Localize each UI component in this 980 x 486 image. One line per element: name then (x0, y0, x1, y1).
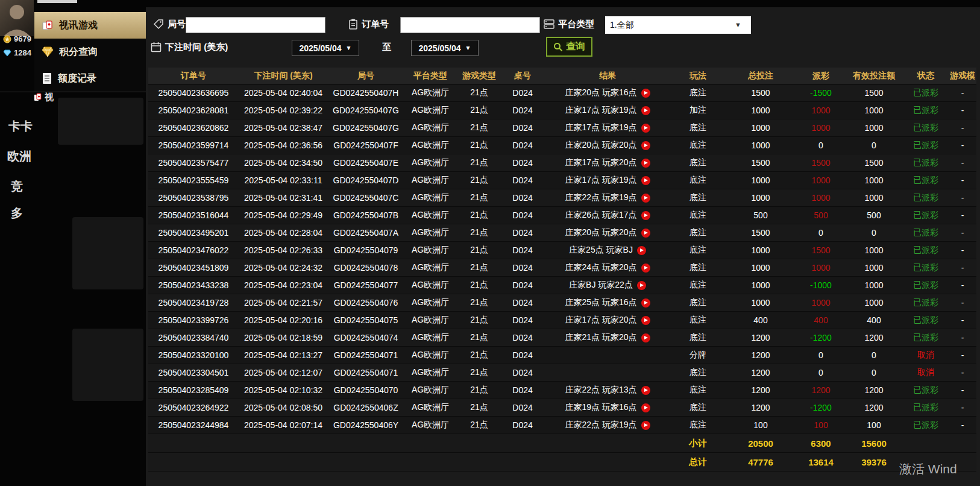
cell-game-mode: - (949, 399, 976, 416)
cell-platform: AG欧洲厅 (404, 259, 457, 276)
cell-valid-bet: 1000 (845, 242, 903, 259)
round-number-input[interactable] (186, 17, 325, 33)
cell-round-no: GD0242550407D (328, 172, 404, 189)
replay-play-icon[interactable] (641, 106, 650, 115)
cell-round-no: GD02425504070 (328, 382, 404, 399)
date-to-value: 2025/05/04 (419, 43, 461, 53)
platform-type-select[interactable]: 1.全部 ▼ (605, 16, 751, 34)
sidebar-item-label: 积分查询 (59, 46, 98, 58)
replay-play-icon[interactable] (641, 176, 650, 185)
cell-game-type: 21点 (457, 294, 501, 311)
cell-game-mode: - (949, 189, 976, 206)
cell-table-no: D024 (501, 207, 544, 224)
cell-valid-bet: 1200 (845, 382, 903, 399)
tag-icon (153, 19, 164, 30)
replay-play-icon[interactable] (641, 89, 650, 98)
cell-table-no: D024 (501, 364, 544, 381)
cell-play-type: 底注 (671, 294, 724, 311)
cell-total-bet: 1000 (724, 294, 797, 311)
cell-bet-time: 2025-05-04 02:39:22 (239, 102, 328, 119)
result-text: 庄家17点 玩家20点 (565, 315, 636, 326)
replay-play-icon[interactable] (641, 386, 650, 395)
replay-play-icon[interactable] (641, 298, 650, 308)
cell-game-mode: - (949, 137, 976, 154)
replay-play-icon[interactable] (641, 141, 650, 150)
sidebar-item-quota-records[interactable]: 额度记录 (34, 65, 146, 92)
replay-play-icon[interactable] (641, 211, 650, 220)
cell-total-bet: 100 (724, 417, 797, 434)
column-header: 派彩 (797, 68, 845, 84)
table-row: 2505040235387952025-05-04 02:31:41GD0242… (148, 189, 976, 207)
cell-valid-bet: 0 (845, 224, 903, 241)
replay-play-icon[interactable] (637, 281, 646, 290)
cell-payout: 0 (797, 347, 845, 364)
replay-play-icon[interactable] (641, 124, 650, 133)
date-to-button[interactable]: 2025/05/04 ▼ (411, 40, 479, 56)
balance-value: 9679 (14, 34, 31, 43)
cell-status: 已派彩 (903, 224, 949, 241)
date-from-button[interactable]: 2025/05/04 ▼ (292, 40, 359, 56)
cell-game-type: 21点 (457, 259, 501, 276)
cell-result: 庄家17点 玩家20点 (544, 154, 671, 171)
cell-table-no: D024 (501, 102, 544, 119)
cell-status: 已派彩 (903, 242, 949, 259)
cell-empty (903, 434, 949, 452)
cell-total-bet: 500 (724, 207, 797, 224)
lobby-dim-block (58, 98, 143, 145)
cell-platform: AG欧洲厅 (404, 399, 457, 416)
cell-bet-time: 2025-05-04 02:24:32 (239, 259, 328, 276)
cell-total-bet: 1000 (724, 172, 797, 189)
replay-play-icon[interactable] (641, 159, 650, 168)
cell-play-type: 底注 (671, 224, 724, 241)
sidebar-item-video-games[interactable]: 视讯游戏 (34, 12, 146, 39)
cell-table-no: D024 (501, 137, 544, 154)
replay-play-icon[interactable] (637, 246, 646, 255)
cell-game-type: 21点 (457, 224, 501, 241)
cell-play-type: 底注 (671, 172, 724, 189)
table-row: 2505040235754772025-05-04 02:34:50GD0242… (148, 154, 976, 172)
lobby-fragment-video: 视 (34, 92, 54, 103)
cell-platform: AG欧洲厅 (404, 382, 457, 399)
cell-platform: AG欧洲厅 (404, 84, 457, 101)
result-text: 庄家25点 玩家BJ (569, 245, 633, 256)
cell-bet-time: 2025-05-04 02:10:32 (239, 382, 328, 399)
column-header: 局号 (328, 68, 404, 84)
records-table: 订单号下注时间 (美东)局号平台类型游戏类型桌号结果玩法总投注派彩有效投注额状态… (148, 68, 976, 472)
replay-play-icon[interactable] (641, 316, 650, 325)
replay-play-icon[interactable] (641, 403, 650, 412)
avatar[interactable] (0, 0, 34, 36)
replay-play-icon[interactable] (641, 333, 650, 342)
cell-table-no: D024 (501, 224, 544, 241)
replay-play-icon[interactable] (641, 264, 650, 273)
cell-valid-bet: 1000 (845, 119, 903, 136)
cell-platform: AG欧洲厅 (404, 224, 457, 241)
cell-table-no: D024 (501, 172, 544, 189)
cell-table-no: D024 (501, 259, 544, 276)
sidebar-item-points-query[interactable]: 积分查询 (34, 39, 146, 65)
coin-icon (3, 35, 11, 43)
cell-result (544, 347, 671, 364)
cell-valid-bet: 100 (845, 417, 903, 434)
chevron-down-icon: ▼ (465, 45, 471, 51)
replay-play-icon[interactable] (641, 229, 650, 238)
replay-play-icon[interactable] (641, 194, 650, 203)
cell-platform: AG欧洲厅 (404, 329, 457, 346)
order-number-input[interactable] (400, 17, 540, 33)
cell-valid-bet: 400 (845, 312, 903, 329)
table-row: 2505040236280812025-05-04 02:39:22GD0242… (148, 102, 976, 119)
cell-play-type: 底注 (671, 119, 724, 136)
cell-table-no: D024 (501, 329, 544, 346)
summary-valid-bet: 39376 (845, 453, 903, 471)
column-header: 玩法 (671, 68, 724, 84)
cell-table-no: D024 (501, 277, 544, 294)
cell-status: 已派彩 (903, 382, 949, 399)
cell-status: 已派彩 (903, 312, 949, 329)
cell-table-no: D024 (501, 347, 544, 364)
query-button[interactable]: 查询 (546, 37, 592, 57)
table-row: 2505040234952012025-05-04 02:28:04GD0242… (148, 224, 976, 242)
cell-game-type: 21点 (457, 189, 501, 206)
platform-type-value: 1.全部 (610, 20, 634, 31)
replay-play-icon[interactable] (641, 421, 650, 430)
cell-result: 庄家20点 玩家20点 (544, 137, 671, 154)
cell-game-type: 21点 (457, 102, 501, 119)
